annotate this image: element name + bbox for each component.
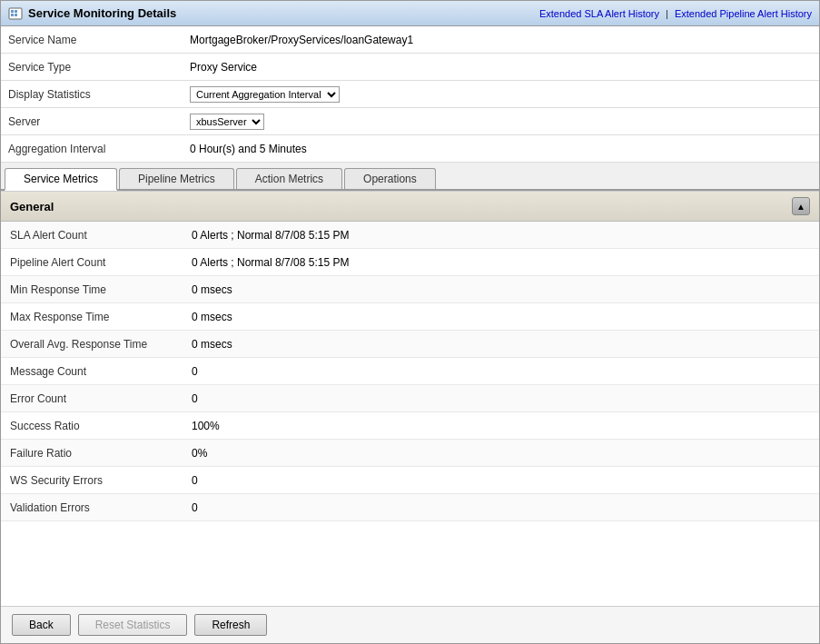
refresh-button[interactable]: Refresh bbox=[194, 614, 267, 636]
overall-avg-response-time-value: 0 msecs bbox=[192, 338, 232, 351]
section-header: General ▲ bbox=[1, 191, 819, 222]
failure-ratio-row: Failure Ratio 0% bbox=[1, 440, 819, 467]
sla-alert-count-value: 0 Alerts ; Normal 8/7/08 5:15 PM bbox=[192, 229, 349, 242]
message-count-row: Message Count 0 bbox=[1, 358, 819, 385]
service-name-value: MortgageBroker/ProxyServices/loanGateway… bbox=[190, 34, 413, 46]
overall-avg-response-time-row: Overall Avg. Response Time 0 msecs bbox=[1, 331, 819, 358]
collapse-button[interactable]: ▲ bbox=[792, 197, 810, 215]
max-response-time-value: 0 msecs bbox=[192, 311, 232, 323]
service-type-label: Service Type bbox=[8, 61, 190, 74]
aggregation-interval-row: Aggregation Interval 0 Hour(s) and 5 Min… bbox=[1, 135, 819, 163]
display-statistics-wrapper: Current Aggregation Interval Last 10 Min… bbox=[190, 86, 340, 103]
pipeline-alert-count-label: Pipeline Alert Count bbox=[10, 256, 192, 269]
service-name-row: Service Name MortgageBroker/ProxyService… bbox=[1, 26, 819, 54]
extended-sla-link[interactable]: Extended SLA Alert History bbox=[539, 8, 659, 19]
ws-security-errors-row: WS Security Errors 0 bbox=[1, 467, 819, 494]
ws-security-errors-label: WS Security Errors bbox=[10, 474, 192, 487]
failure-ratio-label: Failure Ratio bbox=[10, 447, 192, 460]
extended-pipeline-link[interactable]: Extended Pipeline Alert History bbox=[675, 8, 812, 19]
tab-service-metrics[interactable]: Service Metrics bbox=[5, 168, 117, 191]
display-statistics-select[interactable]: Current Aggregation Interval Last 10 Min… bbox=[190, 86, 340, 103]
metrics-list: SLA Alert Count 0 Alerts ; Normal 8/7/08… bbox=[1, 222, 819, 521]
max-response-time-label: Max Response Time bbox=[10, 311, 192, 323]
server-label: Server bbox=[8, 115, 190, 128]
main-container: Service Monitoring Details Extended SLA … bbox=[0, 0, 820, 644]
min-response-time-row: Min Response Time 0 msecs bbox=[1, 276, 819, 303]
footer: Back Reset Statistics Refresh bbox=[1, 606, 819, 643]
min-response-time-label: Min Response Time bbox=[10, 283, 192, 296]
sla-alert-count-label: SLA Alert Count bbox=[10, 229, 192, 242]
header-left: Service Monitoring Details bbox=[8, 6, 176, 21]
service-monitoring-icon bbox=[8, 6, 23, 21]
display-statistics-row: Display Statistics Current Aggregation I… bbox=[1, 81, 819, 108]
tab-action-metrics[interactable]: Action Metrics bbox=[236, 168, 342, 189]
validation-errors-row: Validation Errors 0 bbox=[1, 494, 819, 521]
svg-rect-4 bbox=[15, 14, 17, 16]
max-response-time-row: Max Response Time 0 msecs bbox=[1, 303, 819, 331]
success-ratio-row: Success Ratio 100% bbox=[1, 412, 819, 440]
error-count-row: Error Count 0 bbox=[1, 385, 819, 412]
aggregation-interval-label: Aggregation Interval bbox=[8, 143, 190, 155]
success-ratio-label: Success Ratio bbox=[10, 420, 192, 432]
section-title: General bbox=[10, 200, 54, 213]
message-count-value: 0 bbox=[192, 365, 198, 378]
min-response-time-value: 0 msecs bbox=[192, 283, 232, 296]
tab-operations[interactable]: Operations bbox=[344, 168, 436, 189]
header-links: Extended SLA Alert History | Extended Pi… bbox=[539, 8, 812, 19]
message-count-label: Message Count bbox=[10, 365, 192, 378]
validation-errors-value: 0 bbox=[192, 501, 198, 514]
overall-avg-response-time-label: Overall Avg. Response Time bbox=[10, 338, 192, 351]
link-separator: | bbox=[666, 8, 671, 19]
error-count-label: Error Count bbox=[10, 392, 192, 405]
success-ratio-value: 100% bbox=[192, 420, 220, 432]
aggregation-interval-value: 0 Hour(s) and 5 Minutes bbox=[190, 143, 307, 155]
svg-rect-1 bbox=[11, 10, 14, 13]
page-title: Service Monitoring Details bbox=[28, 6, 176, 20]
server-select[interactable]: xbusServer bbox=[190, 114, 264, 130]
failure-ratio-value: 0% bbox=[192, 447, 207, 460]
service-type-value: Proxy Service bbox=[190, 61, 257, 74]
pipeline-alert-count-value: 0 Alerts ; Normal 8/7/08 5:15 PM bbox=[192, 256, 349, 269]
header: Service Monitoring Details Extended SLA … bbox=[1, 1, 819, 26]
tabs-bar: Service Metrics Pipeline Metrics Action … bbox=[1, 163, 819, 191]
form-area: Service Name MortgageBroker/ProxyService… bbox=[1, 26, 819, 163]
content-panel: General ▲ SLA Alert Count 0 Alerts ; Nor… bbox=[1, 191, 819, 606]
server-wrapper: xbusServer bbox=[190, 114, 264, 130]
display-statistics-label: Display Statistics bbox=[8, 88, 190, 101]
server-row: Server xbusServer bbox=[1, 108, 819, 135]
pipeline-alert-count-row: Pipeline Alert Count 0 Alerts ; Normal 8… bbox=[1, 249, 819, 276]
reset-statistics-button[interactable]: Reset Statistics bbox=[78, 614, 188, 636]
ws-security-errors-value: 0 bbox=[192, 474, 198, 487]
back-button[interactable]: Back bbox=[12, 614, 71, 636]
sla-alert-count-row: SLA Alert Count 0 Alerts ; Normal 8/7/08… bbox=[1, 222, 819, 249]
error-count-value: 0 bbox=[192, 392, 198, 405]
service-name-label: Service Name bbox=[8, 34, 190, 46]
service-type-row: Service Type Proxy Service bbox=[1, 54, 819, 81]
svg-rect-3 bbox=[11, 14, 14, 16]
tab-pipeline-metrics[interactable]: Pipeline Metrics bbox=[119, 168, 234, 189]
validation-errors-label: Validation Errors bbox=[10, 501, 192, 514]
svg-rect-2 bbox=[15, 10, 17, 13]
